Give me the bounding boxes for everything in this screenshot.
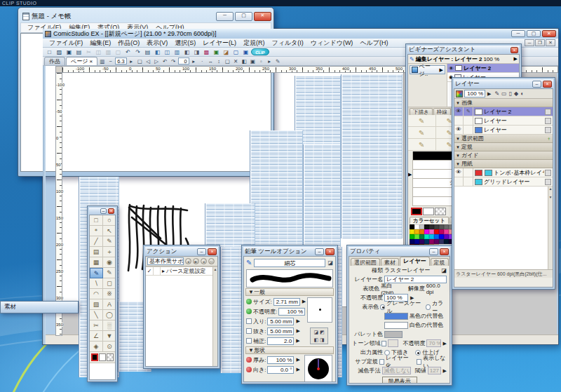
select-frame-icon[interactable]: ▢ <box>224 58 231 65</box>
assistant-layer-row-0[interactable]: 👁レイヤー 2 <box>447 64 519 73</box>
color-swatch[interactable] <box>414 239 419 244</box>
step-button[interactable]: ▷ <box>208 258 215 264</box>
new-layer-icon[interactable]: ✎ <box>494 90 499 97</box>
properties-titlebar[interactable]: プロパティ – × <box>349 247 450 256</box>
color-swatch[interactable] <box>434 224 439 229</box>
layer-group-0[interactable]: ▼画像 <box>454 99 553 107</box>
ruler-pen-tool[interactable]: ∠ <box>90 331 103 342</box>
tone-input[interactable] <box>388 339 399 347</box>
white-alternate-swatch[interactable] <box>384 322 408 329</box>
black-alternate-swatch[interactable] <box>384 313 408 320</box>
eyedropper-tool[interactable]: ╱ <box>90 236 103 247</box>
page-item-button[interactable]: ページ.. ▶ <box>410 65 445 74</box>
color-swatch[interactable] <box>419 234 424 239</box>
color-swatch[interactable] <box>424 234 429 239</box>
color-swatch[interactable] <box>439 224 444 229</box>
rotate-cw-icon[interactable]: ↷ <box>170 58 177 65</box>
background-color-swatch[interactable] <box>99 353 106 361</box>
eye-icon[interactable]: 👁 <box>454 168 464 177</box>
flip-vertical-icon[interactable]: ↕ <box>215 58 223 65</box>
color-swatch[interactable] <box>434 229 439 234</box>
eraser-tool[interactable]: ◻ <box>103 278 116 289</box>
assistant-tool-icon[interactable]: ✎ <box>408 139 436 151</box>
next-page-icon[interactable]: ▷ <box>153 58 161 65</box>
zoom-menu-icon[interactable]: ▸ <box>128 58 135 65</box>
color-swatch[interactable] <box>419 229 424 234</box>
assistant-titlebar[interactable]: ビギナーズアシスタント × <box>407 46 520 54</box>
layer-group-1[interactable]: ▼選択範囲＋ <box>454 135 553 143</box>
select-more-icon[interactable]: ▫ <box>257 58 265 65</box>
beginners-assistant-toggle-icon[interactable]: ▣ <box>212 48 221 56</box>
line-tool[interactable]: ╲ <box>90 310 103 320</box>
assistant-tool-icon[interactable]: ✎ <box>408 115 436 127</box>
layerize-checkbox[interactable] <box>379 359 384 365</box>
general-checkbox[interactable] <box>246 328 252 334</box>
layer-thumb-icon[interactable] <box>456 90 463 97</box>
close-button[interactable]: × <box>511 47 518 53</box>
option-buttons[interactable]: ◪ ◩◧ ◨ <box>310 327 328 344</box>
transparent-color-swatch[interactable] <box>107 353 114 361</box>
collapse-icon[interactable]: ▼ <box>456 162 460 166</box>
record-button[interactable]: ● <box>185 258 191 264</box>
print-icon[interactable]: ▤ <box>143 48 152 56</box>
general-input[interactable]: 100 % <box>278 308 305 316</box>
add-icon[interactable]: ＋ <box>546 135 551 142</box>
menu-1[interactable]: 編集(E) <box>86 39 114 48</box>
general-spinner[interactable]: ▶ <box>302 299 306 304</box>
open-icon[interactable]: ▨ <box>55 48 64 56</box>
tool-options-titlebar[interactable]: 鉛筆 ツールオプション – × <box>243 247 336 256</box>
color-swatch[interactable] <box>429 229 434 234</box>
shape-spinner[interactable]: ▶ <box>296 367 299 372</box>
doc-tab-0[interactable]: 作品 <box>44 57 65 65</box>
shape-section-header[interactable]: ▼ 形状 <box>245 346 334 354</box>
mechanical-pencil-tool[interactable]: ✎ <box>103 268 116 278</box>
rotate-value[interactable]: 0 <box>178 58 189 65</box>
mdi-restore-button[interactable]: ❐ <box>535 39 545 46</box>
general-checkbox[interactable] <box>246 318 252 324</box>
eye-icon[interactable] <box>454 116 464 125</box>
properties-tab-3[interactable]: 定規 <box>431 258 449 266</box>
move-tool[interactable]: ＋ <box>103 247 116 257</box>
layer-zoom-spinner[interactable]: ▶ <box>487 91 491 97</box>
color-swatch[interactable] <box>444 239 449 244</box>
color-swatch[interactable] <box>444 229 449 234</box>
delete-layer-icon[interactable]: ▯ <box>509 90 512 97</box>
eye-icon[interactable] <box>454 177 464 186</box>
eye-icon[interactable]: 👁 <box>454 126 464 134</box>
background-color-swatch[interactable] <box>423 208 434 215</box>
menu-5[interactable]: レイヤー(L) <box>199 39 240 48</box>
color-tab-0[interactable]: カラーセット <box>410 217 449 224</box>
save-all-icon[interactable]: ▤ <box>74 48 83 56</box>
comicstudio-titlebar[interactable]: ComicStudio EX - [[新規ページ] (21.00 * 29.70… <box>43 29 558 39</box>
zoom-tool[interactable]: ⊙ <box>103 342 116 352</box>
menu-3[interactable]: 表示(V) <box>143 39 171 48</box>
text-tool[interactable]: A <box>103 299 116 310</box>
color-settings-icon[interactable]: ▩ <box>202 48 211 56</box>
maximize-button[interactable]: ▢ <box>235 12 252 21</box>
grab-tool[interactable]: ◉ <box>103 257 116 268</box>
finish-radio[interactable] <box>415 350 421 356</box>
color-swatch[interactable] <box>414 229 419 234</box>
menu-2[interactable]: 作品(O) <box>114 39 143 48</box>
eye-icon[interactable]: 👁 <box>449 66 454 71</box>
color-swatch[interactable] <box>434 234 439 239</box>
color-swatch[interactable] <box>410 224 414 229</box>
layer-row[interactable]: 👁✎レイヤー 2 <box>454 107 553 116</box>
foreground-color-swatch[interactable] <box>411 208 422 215</box>
tone-area-checkbox[interactable] <box>381 341 386 346</box>
close-button[interactable]: × <box>543 81 552 88</box>
tone-opacity-input[interactable]: 70 % <box>426 339 440 347</box>
color-swatch[interactable] <box>410 229 414 234</box>
minimize-button[interactable]: – <box>315 248 324 255</box>
general-spinner[interactable]: ▶ <box>296 338 299 344</box>
color-radio[interactable] <box>426 304 431 310</box>
stop-button[interactable]: ● <box>201 258 207 264</box>
menu-7[interactable]: フィルタ(I) <box>268 39 306 48</box>
color-swatch[interactable] <box>419 224 424 229</box>
menu-0[interactable]: ファイル(F) <box>46 39 86 48</box>
close-button[interactable]: ✕ <box>254 12 271 21</box>
zoom-value[interactable]: 6.3 <box>115 58 126 65</box>
expand-icon[interactable]: ▶ <box>514 56 518 62</box>
ellipse-tool[interactable]: ◯ <box>103 310 116 320</box>
paste-icon[interactable]: ▥ <box>104 48 113 56</box>
